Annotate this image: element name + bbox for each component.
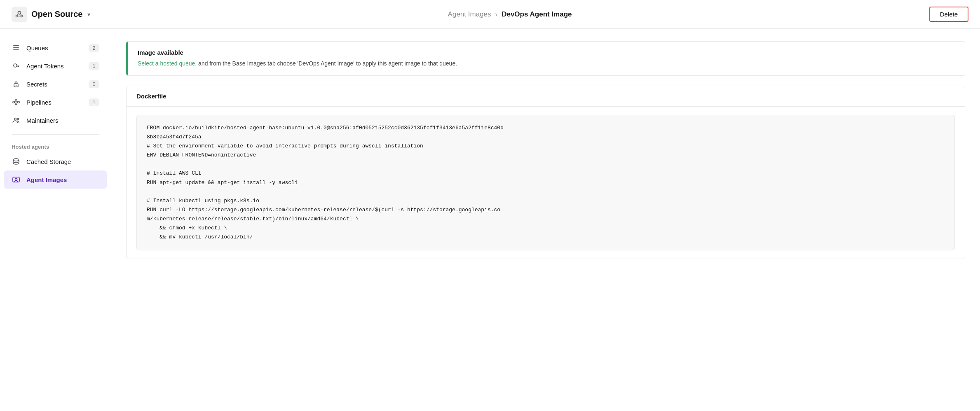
svg-rect-25 [13,177,19,182]
svg-line-18 [14,101,15,102]
notice-body: Select a hosted queue, and from the Base… [138,59,955,68]
header: Open Source ▾ Agent Images › DevOps Agen… [0,0,980,29]
pipeline-icon [12,98,21,107]
sidebar-item-pipelines[interactable]: Pipelines 1 [0,93,111,111]
org-icon [12,7,27,22]
notice-body-text: , and from the Base Images tab choose 'D… [195,60,457,67]
chevron-down-icon: ▾ [87,11,90,18]
svg-line-4 [21,14,21,15]
sidebar-secrets-label: Secrets [26,81,47,88]
key-icon [12,61,21,70]
notice-title: Image available [138,49,955,56]
sidebar-item-agent-images[interactable]: Agent Images [4,170,107,189]
main-layout: Queues 2 Agent Tokens 1 [0,29,980,411]
dockerfile-body: FROM docker.io/buildkite/hosted-agent-ba… [127,107,965,259]
sidebar-maintainers-label: Maintainers [26,117,59,124]
agent-tokens-badge: 1 [89,62,99,70]
svg-point-24 [13,159,19,161]
svg-point-16 [15,103,17,105]
sidebar-item-queues[interactable]: Queues 2 [0,39,111,57]
breadcrumb-parent: Agent Images [448,10,491,19]
agent-images-label: Agent Images [26,176,67,183]
notice-card: Image available Select a hosted queue, a… [126,41,965,76]
svg-point-14 [13,101,14,103]
sidebar-item-agent-tokens[interactable]: Agent Tokens 1 [0,57,111,75]
sidebar-item-secrets[interactable]: Secrets 0 [0,75,111,93]
sidebar-queues-label: Queues [26,44,48,51]
svg-point-2 [21,15,23,17]
storage-icon [12,157,21,166]
sidebar-pipelines-label: Pipelines [26,99,52,106]
svg-line-20 [17,101,18,102]
sidebar: Queues 2 Agent Tokens 1 [0,29,111,411]
hosted-agents-section-label: Hosted agents [0,140,111,152]
svg-line-3 [17,14,18,15]
svg-point-17 [18,101,19,103]
svg-point-9 [14,64,17,67]
sidebar-divider [12,134,99,135]
pipelines-badge: 1 [89,98,99,106]
header-left: Open Source ▾ [12,7,90,22]
agent-images-icon [12,175,21,184]
sidebar-item-maintainers[interactable]: Maintainers [0,111,111,129]
sidebar-item-cached-storage[interactable]: Cached Storage [0,152,111,170]
svg-rect-6 [13,45,19,46]
secrets-badge: 0 [89,80,99,88]
sidebar-agent-tokens-label: Agent Tokens [26,63,64,70]
svg-point-1 [16,15,18,17]
queues-badge: 2 [89,44,99,52]
svg-point-0 [18,11,21,14]
svg-point-23 [17,118,19,120]
lock-icon [12,79,21,89]
app-layout: Open Source ▾ Agent Images › DevOps Agen… [0,0,980,411]
list-icon [12,43,21,52]
svg-rect-11 [18,66,19,67]
svg-point-22 [14,118,16,120]
people-icon [12,116,21,125]
svg-rect-8 [13,49,19,50]
org-name[interactable]: Open Source [31,9,82,19]
dockerfile-card: Dockerfile FROM docker.io/buildkite/host… [126,86,965,259]
svg-line-19 [14,103,15,103]
breadcrumb: Agent Images › DevOps Agent Image [448,10,572,19]
main-content: Image available Select a hosted queue, a… [111,29,980,411]
breadcrumb-separator: › [495,10,498,19]
dockerfile-header: Dockerfile [127,86,965,107]
code-block[interactable]: FROM docker.io/buildkite/hosted-agent-ba… [136,115,955,250]
delete-button[interactable]: Delete [929,7,968,22]
breadcrumb-current: DevOps Agent Image [502,10,572,19]
svg-rect-7 [13,47,19,48]
notice-link[interactable]: Select a hosted queue [138,60,195,67]
svg-line-21 [17,103,18,103]
svg-point-15 [15,100,17,101]
cached-storage-label: Cached Storage [26,158,71,165]
svg-point-13 [16,85,16,86]
